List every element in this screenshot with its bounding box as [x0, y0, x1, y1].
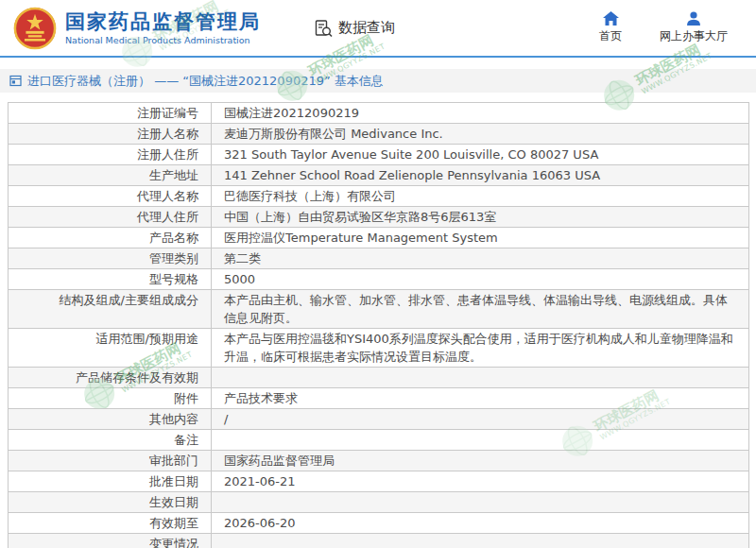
- table-row: 附件产品技术要求: [9, 388, 748, 409]
- header-nav: 首页 网上办事大厅: [599, 11, 756, 44]
- row-value: 麦迪万斯股份有限公司 Medivance Inc.: [211, 124, 748, 144]
- nav-service-hall-label: 网上办事大厅: [660, 28, 728, 44]
- table-row: 其他内容/: [9, 409, 748, 430]
- data-query-title[interactable]: 数据查询: [314, 19, 395, 38]
- user-icon: [686, 11, 701, 26]
- row-value: 本产品由主机、输水管、加水管、排水管、患者体温导线、体温输出导线、电源线组成。具…: [211, 290, 748, 328]
- table-row: 产品储存条件及有效期: [9, 368, 748, 388]
- page-icon: [9, 75, 22, 87]
- row-label: 注册证编号: [9, 103, 211, 123]
- row-label: 生效日期: [9, 492, 211, 512]
- nav-home-label: 首页: [599, 28, 622, 44]
- table-row: 注册证编号国械注进20212090219: [9, 103, 748, 124]
- table-row: 结构及组成/主要组成成分本产品由主机、输水管、加水管、排水管、患者体温导线、体温…: [9, 290, 748, 329]
- table-row: 生产地址141 Zehner School Road Zelienople Pe…: [9, 165, 748, 186]
- row-value: 5000: [211, 269, 748, 289]
- row-label: 结构及组成/主要组成成分: [9, 290, 211, 328]
- row-label: 适用范围/预期用途: [9, 329, 211, 367]
- row-value: 2026-06-20: [211, 513, 748, 533]
- section-title-label: 数据查询: [338, 19, 395, 37]
- row-value: [211, 534, 748, 548]
- row-label: 代理人住所: [9, 207, 211, 227]
- table-row: 生效日期: [9, 492, 748, 513]
- table-row: 适用范围/预期用途本产品与医用控温毯和YSI400系列温度探头配合使用，适用于医…: [9, 329, 748, 368]
- breadcrumb: 进口医疗器械（注册） —— “国械注进20212090219” 基本信息: [0, 69, 756, 93]
- row-label: 注册人住所: [9, 145, 211, 164]
- nav-service-hall[interactable]: 网上办事大厅: [660, 11, 728, 44]
- row-value: 医用控温仪Temperature Management System: [211, 228, 748, 248]
- row-value: [211, 430, 748, 450]
- row-value: 321 South Taylor Avenue Suite 200 Louisv…: [211, 145, 748, 164]
- breadcrumb-text: 进口医疗器械（注册） —— “国械注进20212090219” 基本信息: [27, 73, 384, 90]
- document-search-icon: [314, 19, 333, 38]
- row-value: 第二类: [211, 248, 748, 268]
- row-label: 备注: [9, 430, 211, 450]
- row-value: 本产品与医用控温毯和YSI400系列温度探头配合使用，适用于医疗机构成人和儿童物…: [211, 329, 748, 367]
- table-row: 注册人名称麦迪万斯股份有限公司 Medivance Inc.: [9, 124, 748, 145]
- row-value: /: [211, 409, 748, 429]
- registration-info-table: 注册证编号国械注进20212090219注册人名称麦迪万斯股份有限公司 Medi…: [8, 102, 749, 548]
- row-value: [211, 492, 748, 512]
- table-row: 审批部门国家药品监督管理局: [9, 451, 748, 471]
- table-row: 有效期至2026-06-20: [9, 513, 748, 534]
- row-value: 141 Zehner School Road Zelienople Pennsy…: [211, 165, 748, 185]
- row-label: 审批部门: [9, 451, 211, 471]
- table-row: 备注: [9, 430, 748, 451]
- row-value: 2021-06-21: [211, 471, 748, 491]
- row-value: 中国（上海）自由贸易试验区华京路8号6层613室: [211, 207, 748, 227]
- org-name-en: National Medical Products Administration: [65, 35, 261, 45]
- row-value: 巴德医疗科技（上海）有限公司: [211, 186, 748, 206]
- row-label: 批准日期: [9, 471, 211, 491]
- table-row: 变更情况: [9, 534, 748, 548]
- row-value: [211, 368, 748, 387]
- row-label: 生产地址: [9, 165, 211, 185]
- row-label: 产品储存条件及有效期: [9, 368, 211, 387]
- home-icon: [603, 11, 619, 26]
- table-row: 型号规格5000: [9, 269, 748, 290]
- row-label: 附件: [9, 388, 211, 408]
- table-row: 批准日期2021-06-21: [9, 471, 748, 492]
- row-label: 其他内容: [9, 409, 211, 429]
- row-label: 有效期至: [9, 513, 211, 533]
- row-label: 代理人名称: [9, 186, 211, 206]
- row-label: 管理类别: [9, 248, 211, 268]
- table-row: 管理类别第二类: [9, 248, 748, 269]
- table-row: 注册人住所321 South Taylor Avenue Suite 200 L…: [9, 145, 748, 165]
- national-emblem-logo: [13, 7, 57, 50]
- nav-home[interactable]: 首页: [599, 11, 622, 44]
- row-label: 变更情况: [9, 534, 211, 548]
- brand-text: 国家药品监督管理局 National Medical Products Admi…: [65, 10, 261, 45]
- table-row: 代理人名称巴德医疗科技（上海）有限公司: [9, 186, 748, 207]
- row-label: 型号规格: [9, 269, 211, 289]
- table-row: 代理人住所中国（上海）自由贸易试验区华京路8号6层613室: [9, 207, 748, 228]
- org-name-cn: 国家药品监督管理局: [65, 10, 261, 33]
- row-label: 注册人名称: [9, 124, 211, 144]
- row-label: 产品名称: [9, 228, 211, 248]
- row-value: 产品技术要求: [211, 388, 748, 408]
- page-header: 国家药品监督管理局 National Medical Products Admi…: [0, 0, 756, 58]
- row-value: 国械注进20212090219: [211, 103, 748, 123]
- nmpa-brand: 国家药品监督管理局 National Medical Products Admi…: [0, 7, 261, 50]
- table-row: 产品名称医用控温仪Temperature Management System: [9, 228, 748, 248]
- row-value: 国家药品监督管理局: [211, 451, 748, 471]
